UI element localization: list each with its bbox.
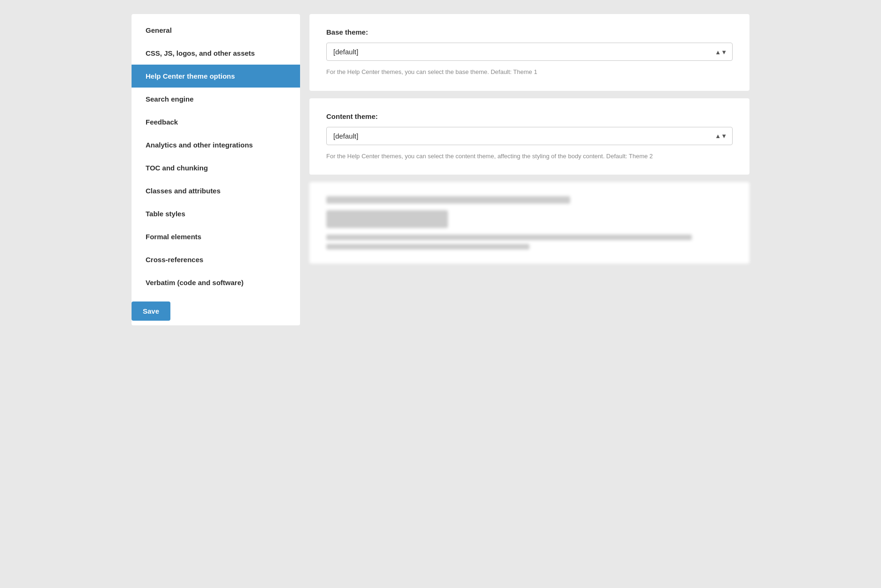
base-theme-label: Base theme: <box>326 28 733 36</box>
content-theme-label: Content theme: <box>326 112 733 120</box>
sidebar-item-analytics-integrations[interactable]: Analytics and other integrations <box>132 133 300 156</box>
sidebar: GeneralCSS, JS, logos, and other assetsH… <box>132 14 300 325</box>
sidebar-item-help-center-theme-options[interactable]: Help Center theme options <box>132 65 300 88</box>
content-theme-select-wrapper: [default]Theme 1Theme 2Theme 3 ▲▼ <box>326 127 733 145</box>
sidebar-item-feedback[interactable]: Feedback <box>132 110 300 133</box>
sidebar-item-verbatim[interactable]: Verbatim (code and software) <box>132 271 300 294</box>
save-button[interactable]: Save <box>132 301 170 321</box>
base-theme-select[interactable]: [default]Theme 1Theme 2Theme 3 <box>326 43 733 61</box>
sidebar-item-table-styles[interactable]: Table styles <box>132 202 300 225</box>
sidebar-item-toc-chunking[interactable]: TOC and chunking <box>132 156 300 179</box>
blurred-select <box>326 210 448 228</box>
blurred-hint-1 <box>326 235 692 240</box>
main-content: Base theme: [default]Theme 1Theme 2Theme… <box>309 14 749 325</box>
base-theme-card: Base theme: [default]Theme 1Theme 2Theme… <box>309 14 749 91</box>
sidebar-item-general[interactable]: General <box>132 19 300 42</box>
sidebar-item-cross-references[interactable]: Cross-references <box>132 248 300 271</box>
sidebar-item-classes-attributes[interactable]: Classes and attributes <box>132 179 300 202</box>
page-container: GeneralCSS, JS, logos, and other assetsH… <box>132 14 749 325</box>
sidebar-item-formal-elements[interactable]: Formal elements <box>132 225 300 248</box>
sidebar-item-search-engine[interactable]: Search engine <box>132 88 300 110</box>
sidebar-item-css-js-logos[interactable]: CSS, JS, logos, and other assets <box>132 42 300 65</box>
content-theme-card: Content theme: [default]Theme 1Theme 2Th… <box>309 98 749 175</box>
blurred-hint-2 <box>326 244 529 250</box>
base-theme-hint: For the Help Center themes, you can sele… <box>326 67 733 77</box>
content-theme-hint: For the Help Center themes, you can sele… <box>326 152 733 161</box>
blurred-card <box>309 182 749 264</box>
content-theme-select[interactable]: [default]Theme 1Theme 2Theme 3 <box>326 127 733 145</box>
blurred-label <box>326 196 570 204</box>
base-theme-select-wrapper: [default]Theme 1Theme 2Theme 3 ▲▼ <box>326 43 733 61</box>
